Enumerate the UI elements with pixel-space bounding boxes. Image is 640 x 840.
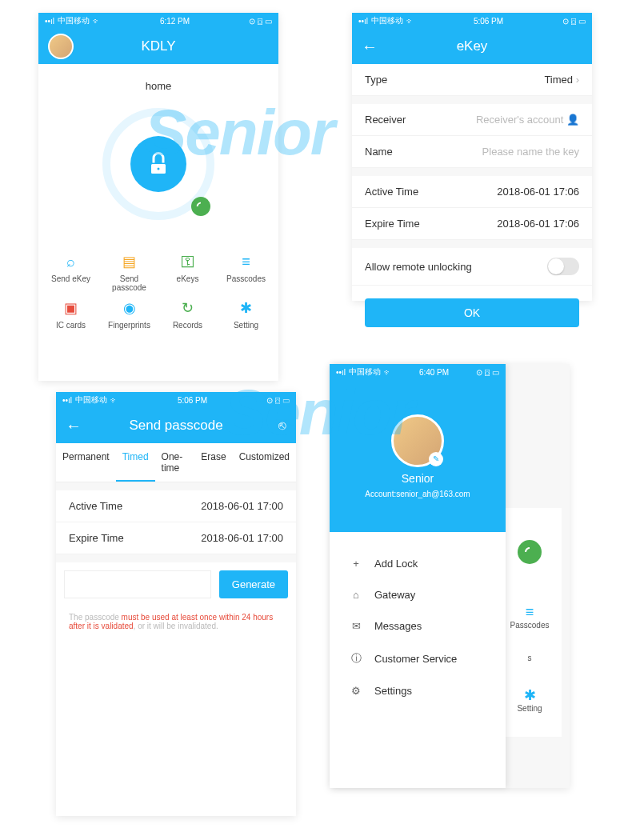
battery-icon: ▭ <box>265 17 272 26</box>
remote-unlock-row: Allow remote unlocking <box>352 248 592 286</box>
phone-ekey: ••ıl中国移动ᯤ 5:06 PM ⊙⌼▭ ← eKey TypeTimed ›… <box>352 13 592 301</box>
time: 5:06 PM <box>474 17 503 26</box>
grid-records[interactable]: ↻Records <box>162 298 214 330</box>
alarm-icon: ⊙ <box>266 396 273 405</box>
avatar[interactable] <box>391 414 444 467</box>
remote-toggle[interactable] <box>547 258 579 275</box>
header: ← Send passcode ⎋ <box>56 408 296 443</box>
tab-permanent[interactable]: Permanent <box>56 443 116 482</box>
label: Name <box>365 146 393 158</box>
wifi-icon: ᯤ <box>406 17 414 26</box>
profile-header: Senior Account:senior_ah@163.com <box>330 380 506 532</box>
alarm-icon: ⊙ <box>476 368 482 377</box>
share-icon[interactable]: ⎋ <box>278 418 286 433</box>
menu-messages[interactable]: ✉Messages <box>330 610 506 642</box>
tab-erase[interactable]: Erase <box>194 443 232 482</box>
status-bar: ••ıl中国移动ᯤ 5:06 PM ⊙⌼▭ <box>56 392 296 408</box>
alarm-icon: ⊙ <box>562 17 569 26</box>
ok-button[interactable]: OK <box>365 298 579 327</box>
grid-ekeys[interactable]: ⚿eKeys <box>162 252 214 292</box>
bg-setting: ✱Setting <box>498 686 562 713</box>
grid-fingerprints[interactable]: ◉Fingerprints <box>103 298 155 330</box>
grid-send-ekey[interactable]: ⌕Send eKey <box>45 252 97 292</box>
svg-point-1 <box>156 166 161 171</box>
page-title: eKey <box>457 38 488 54</box>
passcode-input[interactable] <box>64 570 211 598</box>
status-bar: ••ıl中国移动ᯤ 6:40 PM ⊙⌼▭ <box>330 364 506 380</box>
carrier: 中国移动 <box>371 15 403 26</box>
generate-button[interactable]: Generate <box>219 570 288 598</box>
battery-icon: ▭ <box>492 368 499 377</box>
tab-one-time[interactable]: One-time <box>155 443 195 482</box>
phone-passcode: ••ıl中国移动ᯤ 5:06 PM ⊙⌼▭ ← Send passcode ⎋ … <box>56 392 296 816</box>
menu-list: +Add Lock⌂Gateway✉MessagesⓘCustomer Serv… <box>330 532 506 722</box>
drawer: ••ıl中国移动ᯤ 6:40 PM ⊙⌼▭ Senior Account:sen… <box>330 364 506 788</box>
bg-s: s <box>498 654 562 662</box>
carrier: 中国移动 <box>58 15 90 26</box>
label: Active Time <box>69 500 122 512</box>
bg-passcodes: ≡Passcodes <box>498 604 562 630</box>
signal-icon: ••ıl <box>62 396 72 405</box>
active-time-row[interactable]: Active Time2018-06-01 17:06 <box>352 176 592 208</box>
receiver-row[interactable]: ReceiverReceiver's account 👤 <box>352 104 592 136</box>
placeholder: Receiver's account <box>476 114 563 126</box>
feature-grid: ⌕Send eKey▤Send passcode⚿eKeys≡Passcodes… <box>38 244 278 338</box>
tabs: PermanentTimedOne-timeEraseCustomized <box>56 443 296 482</box>
back-icon[interactable]: ← <box>66 417 82 435</box>
menu-add-lock[interactable]: +Add Lock <box>330 548 506 579</box>
value: Timed <box>544 74 573 86</box>
app-title: KDLY <box>141 38 175 54</box>
label: Expire Time <box>69 532 124 544</box>
label: Allow remote unlocking <box>365 261 472 273</box>
phone-home: ••ıl中国移动ᯤ 6:12 PM ⊙⌼▭ KDLY home ⌕Send eK… <box>38 13 278 381</box>
status-bar: ••ıl中国移动ᯤ 6:12 PM ⊙⌼▭ <box>38 13 278 29</box>
label: Expire Time <box>365 218 420 230</box>
account: senior_ah@163.com <box>396 490 470 498</box>
menu-gateway[interactable]: ⌂Gateway <box>330 579 506 610</box>
signal-icon: ••ıl <box>358 17 368 26</box>
bt-icon: ⌼ <box>571 17 576 26</box>
passcode-note: The passcode must be used at least once … <box>56 606 296 637</box>
menu-customer-service[interactable]: ⓘCustomer Service <box>330 642 506 675</box>
signal-icon: ••ıl <box>45 17 54 26</box>
grid-send-passcode[interactable]: ▤Send passcode <box>103 252 155 292</box>
time: 6:12 PM <box>160 17 190 26</box>
back-icon[interactable]: ← <box>362 38 378 56</box>
wifi-icon: ᯤ <box>384 368 392 377</box>
time: 5:06 PM <box>178 396 207 405</box>
placeholder: Please name the key <box>482 146 579 158</box>
menu-settings[interactable]: ⚙Settings <box>330 675 506 706</box>
time: 6:40 PM <box>419 368 449 377</box>
grid-ic-cards[interactable]: ▣IC cards <box>45 298 97 330</box>
alarm-icon: ⊙ <box>249 17 255 26</box>
wifi-icon: ᯤ <box>93 17 101 26</box>
bt-icon: ⌼ <box>258 17 262 26</box>
chevron-right-icon: › <box>576 74 579 86</box>
battery-icon: ▭ <box>282 396 290 405</box>
value: 2018-06-01 17:06 <box>497 218 579 230</box>
bt-icon: ⌼ <box>485 368 490 377</box>
carrier: 中国移动 <box>349 366 381 378</box>
active-time-row[interactable]: Active Time2018-06-01 17:00 <box>56 490 296 522</box>
signal-icon: ••ıl <box>336 368 346 377</box>
tab-timed[interactable]: Timed <box>116 443 155 482</box>
value: 2018-06-01 17:00 <box>201 532 283 544</box>
wifi-badge-icon <box>518 540 542 564</box>
carrier: 中国移动 <box>75 394 107 406</box>
expire-time-row[interactable]: Expire Time2018-06-01 17:00 <box>56 522 296 554</box>
grid-passcodes[interactable]: ≡Passcodes <box>220 252 272 292</box>
grid-setting[interactable]: ✱Setting <box>220 298 272 330</box>
label: Active Time <box>365 186 418 198</box>
expire-time-row[interactable]: Expire Time2018-06-01 17:06 <box>352 208 592 240</box>
bt-icon: ⌼ <box>275 396 280 405</box>
header: KDLY <box>38 29 278 64</box>
user-name: Senior <box>402 472 434 485</box>
background-content: ≡Passcodes s ✱Setting <box>498 508 562 737</box>
page-title: Send passcode <box>129 418 222 434</box>
tab-customized[interactable]: Customized <box>233 443 296 482</box>
avatar[interactable] <box>48 34 74 59</box>
lock-button[interactable] <box>102 108 214 220</box>
wifi-badge-icon <box>191 197 210 216</box>
type-row[interactable]: TypeTimed › <box>352 64 592 96</box>
name-row[interactable]: NamePlease name the key <box>352 136 592 168</box>
